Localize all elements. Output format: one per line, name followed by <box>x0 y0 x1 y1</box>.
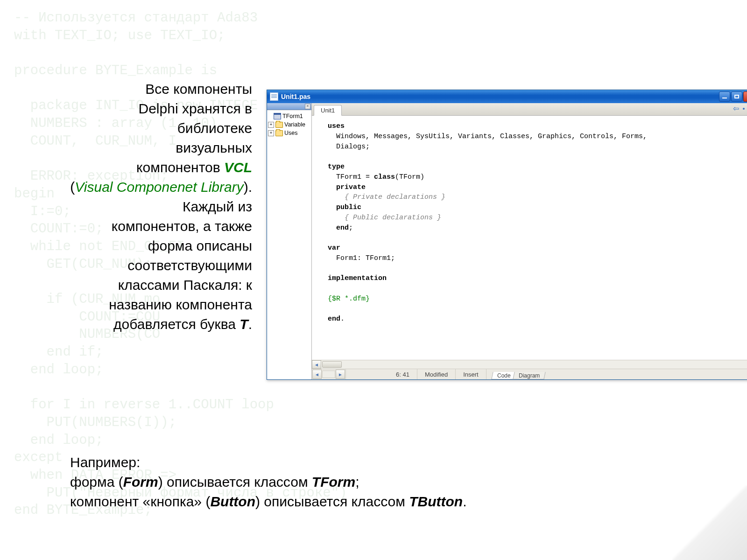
text: . <box>463 494 466 509</box>
text: соответствующими <box>127 258 252 273</box>
tree-item-tform1[interactable]: TForm1 <box>268 112 310 120</box>
scroll-left-icon[interactable]: ◄ <box>312 370 322 379</box>
close-button[interactable]: ✕ <box>743 91 747 102</box>
text: ) описывается классом <box>255 494 409 509</box>
folder-icon <box>275 130 283 136</box>
window-titlebar[interactable]: Unit1.pas ✕ <box>267 90 747 103</box>
expand-icon[interactable]: + <box>268 130 274 136</box>
delphi-ide-window: Unit1.pas ✕ × TForm1 + Variable <box>267 90 747 380</box>
maximize-icon <box>734 95 739 98</box>
status-cursor-pos: 6: 41 <box>346 369 417 379</box>
code-directive: {$R *.dfm} <box>328 295 370 303</box>
code-kw: end <box>336 224 349 232</box>
code-area[interactable]: uses Windows, Messages, SysUtils, Varian… <box>312 116 747 360</box>
folder-icon <box>275 122 283 128</box>
code-comment: { Private declarations } <box>328 193 445 201</box>
keyword-vcl: VCL <box>224 160 252 175</box>
structure-tree-pane: × TForm1 + Variable + Uses <box>267 103 312 379</box>
code-kw: var <box>328 244 340 252</box>
document-icon <box>270 92 278 101</box>
expand-icon[interactable]: + <box>268 122 274 128</box>
code-line: TForm1 = <box>328 173 374 181</box>
code-line: Dialogs; <box>328 143 370 151</box>
tree-pane-header[interactable]: × <box>267 103 311 110</box>
example-heading: Например: <box>70 455 140 470</box>
keyword-tbutton: TButton <box>409 494 463 509</box>
minimize-icon <box>722 98 727 98</box>
status-mini-scroll: ◄ ► <box>312 369 346 379</box>
text: . <box>248 316 252 332</box>
horizontal-scrollbar[interactable]: ◄ ► <box>312 360 747 369</box>
nav-arrows: ⇦ ⇨ <box>733 105 747 112</box>
scroll-track[interactable] <box>322 371 335 378</box>
source-code[interactable]: uses Windows, Messages, SysUtils, Varian… <box>312 116 747 327</box>
code-kw: end <box>328 315 340 323</box>
view-tabs: Code Diagram <box>492 369 545 379</box>
text: визуальных <box>176 140 252 155</box>
code-line: ; <box>349 224 353 232</box>
tab-unit1[interactable]: Unit1 <box>314 105 342 116</box>
tree-label: Variable <box>284 121 305 128</box>
keyword-button: Button <box>210 494 255 509</box>
code-line: Windows, Messages, SysUtils, Variants, C… <box>328 133 647 140</box>
code-comment: { Public declarations } <box>328 214 441 222</box>
code-line: . <box>340 315 345 323</box>
tree-label: Uses <box>284 130 297 136</box>
text: форма описаны <box>148 238 252 253</box>
code-kw: type <box>328 163 345 171</box>
nav-back-icon[interactable]: ⇦ <box>733 105 739 112</box>
maximize-button[interactable] <box>731 91 742 102</box>
code-kw: uses <box>328 122 345 130</box>
paragraph-vcl: Все компоненты Delphi хранятся в библиот… <box>37 79 252 334</box>
statusbar: ◄ ► 6: 41 Modified Insert Code Diagram <box>312 369 747 379</box>
code-editor-pane: Unit1 ⇦ ⇨ uses Windows, Messages, SysUti… <box>312 103 747 379</box>
form-icon <box>274 113 281 119</box>
text: форма ( <box>70 474 123 490</box>
text: Все компоненты <box>145 81 252 97</box>
paragraph-example: Например: форма (Form) описывается класс… <box>70 453 466 511</box>
code-kw: public <box>328 203 361 211</box>
page-corner-fold <box>672 485 747 560</box>
code-line: Form1: TForm1; <box>328 254 395 262</box>
tree-item-uses[interactable]: + Uses <box>268 129 310 137</box>
pane-close-icon[interactable]: × <box>305 104 310 109</box>
library-name: Visual Componenet Library <box>75 179 243 195</box>
status-insert: Insert <box>456 369 486 379</box>
scroll-thumb[interactable] <box>322 361 342 368</box>
window-controls: ✕ <box>719 91 747 102</box>
text: библиотеке <box>177 120 252 136</box>
text: компонентов, а также <box>112 218 252 234</box>
tree-label: TForm1 <box>282 113 303 119</box>
nav-sep-icon <box>743 108 745 110</box>
window-title: Unit1.pas <box>281 93 310 100</box>
text: Delphi хранятся в <box>139 101 253 116</box>
tree-item-variable[interactable]: + Variable <box>268 120 310 129</box>
text: ; <box>355 474 359 490</box>
text: компонентов <box>136 160 224 175</box>
tab-diagram[interactable]: Diagram <box>513 372 546 379</box>
scroll-left-icon[interactable]: ◄ <box>312 360 321 369</box>
text: добавляется буква <box>113 316 240 332</box>
keyword-tform: TForm <box>312 474 355 490</box>
scroll-right-icon[interactable]: ► <box>336 370 345 379</box>
status-modified: Modified <box>417 369 456 379</box>
minimize-button[interactable] <box>719 91 730 102</box>
letter-t: T <box>240 316 248 332</box>
editor-tabstrip: Unit1 ⇦ ⇨ <box>312 103 747 116</box>
text: названию компонента <box>109 297 252 312</box>
text: классами Паскаля: к <box>118 277 252 293</box>
code-line: (TForm) <box>395 173 424 181</box>
text: компонент «кнопка» ( <box>70 494 210 509</box>
code-line <box>328 224 336 232</box>
code-kw: implementation <box>328 274 387 282</box>
text: ) описывается классом <box>158 474 312 490</box>
text: ( <box>70 179 75 195</box>
code-kw: private <box>328 183 366 191</box>
keyword-form: Form <box>123 474 158 490</box>
code-kw: class <box>374 173 395 181</box>
